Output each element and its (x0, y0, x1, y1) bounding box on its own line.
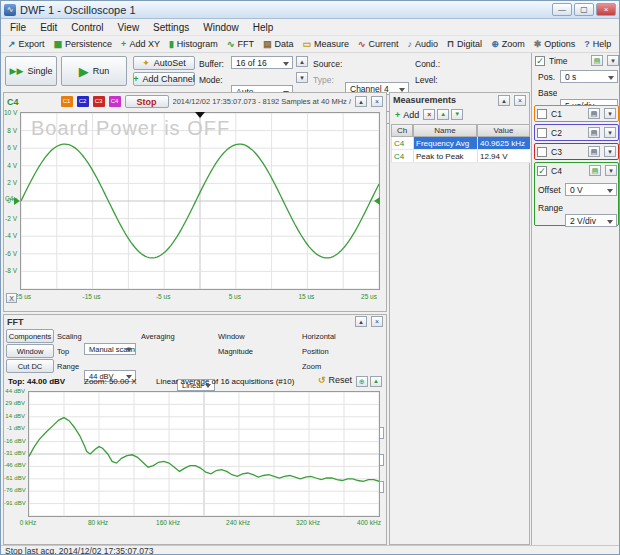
fft-cut-dc-button[interactable]: Cut DC (6, 359, 54, 373)
menu-window[interactable]: Window (196, 21, 246, 34)
channel1-chip[interactable]: C1 (61, 96, 73, 107)
toolbar-measure-button[interactable]: ▭Measure (298, 38, 353, 50)
maximize-button[interactable]: ▢ (574, 3, 594, 16)
fft-components-button[interactable]: Components (6, 329, 54, 343)
add-channel-button[interactable]: + Add Channel (133, 72, 195, 86)
trigger-position-marker[interactable] (195, 112, 205, 118)
fft-window-button[interactable]: Window (6, 344, 54, 358)
menu-edit[interactable]: Edit (33, 21, 64, 34)
current-icon: ∿ (358, 39, 366, 49)
channel4-menu-button[interactable]: ▾ (605, 165, 617, 176)
app-window: ∿ DWF 1 - Oscilloscope 1 — ▢ × File Edit… (0, 0, 620, 555)
channel2-settings-icon[interactable]: ▤ (588, 127, 600, 138)
time-pos-select[interactable]: 0 s (560, 70, 618, 83)
channel2-menu-button[interactable]: ▾ (604, 127, 616, 138)
toolbar-fft-button[interactable]: ∿FFT (223, 38, 258, 50)
window-title: DWF 1 - Oscilloscope 1 (20, 4, 550, 16)
y-tick-label: -6 V (4, 250, 17, 257)
single-button[interactable]: ▶▶ Single (5, 56, 57, 86)
buffer-select[interactable]: 16 of 16 (231, 56, 293, 69)
menu-settings[interactable]: Settings (146, 21, 196, 34)
channel3-label: C3 (551, 147, 584, 157)
time-checkbox[interactable]: ✓ (535, 56, 545, 66)
fft-scaling-select[interactable]: Manual scaling (84, 343, 136, 355)
digital-icon: ⊓ (447, 39, 454, 49)
channel4-range-select[interactable]: 2 V/div (565, 214, 617, 227)
autoset-label: AutoSet (154, 58, 186, 68)
toolbar-label: Help (593, 39, 612, 49)
toolbar-digital-button[interactable]: ⊓Digital (443, 38, 486, 50)
channel1-checkbox[interactable] (537, 109, 547, 119)
toolbar-options-button[interactable]: ✱Options (530, 38, 580, 50)
channel4-range-label: Range (538, 203, 563, 213)
x-tick-label: -5 us (146, 293, 180, 300)
toolbar-audio-button[interactable]: ♪Audio (404, 38, 443, 50)
measurements-close-button[interactable]: × (514, 95, 526, 106)
measurement-row[interactable]: C4 Peak to Peak 12.94 V (391, 150, 530, 163)
toolbar-current-button[interactable]: ∿Current (354, 38, 403, 50)
channel3-settings-icon[interactable]: ▤ (588, 146, 600, 157)
minimize-button[interactable]: — (552, 3, 572, 16)
single-icon: ▶▶ (10, 66, 24, 76)
autoset-button[interactable]: ✦ AutoSet (133, 56, 195, 70)
toolbar-add-xy-button[interactable]: +Add XY (117, 38, 164, 50)
fft-top-readout: Top: 44.00 dBV (8, 377, 65, 386)
measurement-move-up-button[interactable]: ▲ (437, 109, 449, 120)
channel4-settings-icon[interactable]: ▤ (589, 165, 601, 176)
channel3-chip[interactable]: C3 (93, 96, 105, 107)
time-settings-icon[interactable]: ▤ (591, 55, 603, 66)
channel4-checkbox[interactable]: ✓ (537, 166, 547, 176)
channel2-chip[interactable]: C2 (77, 96, 89, 107)
measurement-delete-button[interactable]: × (423, 109, 435, 120)
toolbar-help-button[interactable]: ?Help (580, 38, 615, 50)
run-button[interactable]: ▶ Run (61, 56, 127, 86)
menu-control[interactable]: Control (64, 21, 110, 34)
scope-plot[interactable]: Board Power is OFF (20, 112, 380, 290)
stop-button[interactable]: Stop (125, 95, 169, 108)
menu-view[interactable]: View (111, 21, 147, 34)
toolbar-persistence-button[interactable]: ▦Persistence (50, 38, 117, 50)
fft-collapse-button[interactable]: ▴ (355, 316, 367, 327)
add-label: Add (403, 110, 419, 120)
fft-reset-button[interactable]: ↺Reset (316, 375, 354, 385)
scope-collapse-button[interactable]: ▴ (355, 96, 367, 107)
channel3-checkbox[interactable] (537, 147, 547, 157)
measurement-row[interactable]: C4 Frequency Avg 40.9625 kHz (391, 137, 530, 150)
channel1-menu-button[interactable]: ▾ (604, 108, 616, 119)
close-button[interactable]: × (596, 3, 616, 16)
buffer-spin-down-button[interactable]: ▾ (296, 72, 308, 83)
channel1-settings-icon[interactable]: ▤ (588, 108, 600, 119)
measurement-move-down-button[interactable]: ▼ (451, 109, 463, 120)
toolbar-zoom-button[interactable]: ⊕Zoom (487, 38, 529, 50)
toolbar-label: Zoom (502, 39, 525, 49)
scope-close-button[interactable]: × (371, 96, 383, 107)
channel2-checkbox[interactable] (537, 128, 547, 138)
channel3-menu-button[interactable]: ▾ (604, 146, 616, 157)
measurement-channel: C4 (391, 137, 413, 150)
column-header-value[interactable]: Value (477, 124, 530, 137)
toolbar-histogram-button[interactable]: ▮Histogram (165, 38, 222, 50)
menu-file[interactable]: File (3, 21, 33, 34)
measurements-collapse-button[interactable]: ▴ (498, 95, 510, 106)
measurement-add-button[interactable]: +Add (393, 110, 421, 120)
y-tick-label: -31 dBV (4, 450, 25, 456)
scope-x-axis-button[interactable]: X (6, 293, 17, 303)
fft-plot[interactable] (28, 391, 380, 517)
channel4-chip[interactable]: C4 (109, 96, 121, 107)
channel-offset-marker[interactable] (14, 197, 20, 205)
channel4-offset-select[interactable]: 0 V (565, 183, 617, 196)
toolbar-data-button[interactable]: ▤Data (259, 38, 298, 50)
time-menu-button[interactable]: ▾ (607, 55, 619, 66)
fft-close-button[interactable]: × (371, 316, 383, 327)
toolbar-export-button[interactable]: ↗Export (4, 38, 49, 50)
toolbar-label: Measure (314, 39, 349, 49)
audio-icon: ♪ (408, 39, 413, 49)
column-header-name[interactable]: Name (413, 124, 477, 137)
x-tick-label: 5 us (218, 293, 252, 300)
trigger-level-marker[interactable] (374, 197, 380, 205)
fft-zoom-in-button[interactable]: ⊕ (356, 376, 368, 387)
fft-pop-out-button[interactable]: ▲ (370, 376, 382, 387)
buffer-spin-up-button[interactable]: ▴ (296, 56, 308, 67)
column-header-ch[interactable]: Ch (391, 124, 413, 137)
menu-help[interactable]: Help (246, 21, 281, 34)
